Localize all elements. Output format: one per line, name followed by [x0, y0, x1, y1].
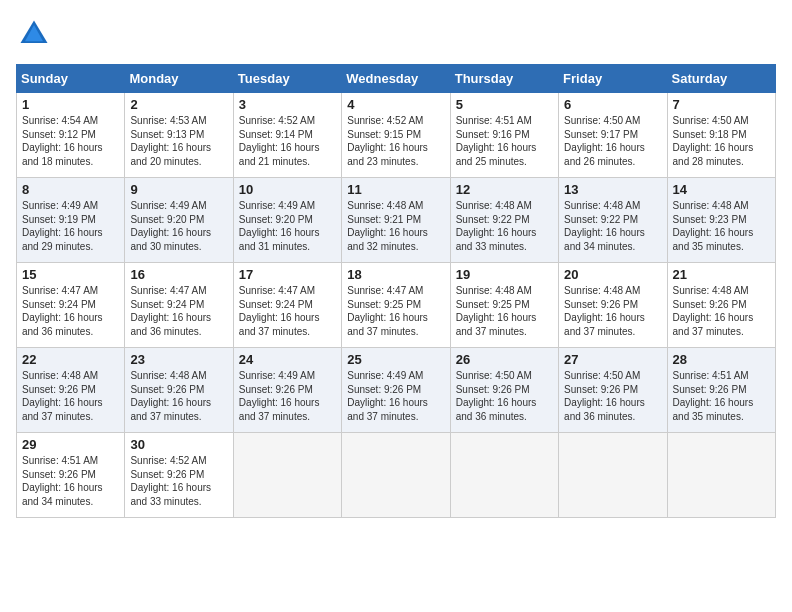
day-info: Sunrise: 4:47 AM Sunset: 9:24 PM Dayligh… — [130, 284, 227, 338]
calendar-cell: 24Sunrise: 4:49 AM Sunset: 9:26 PM Dayli… — [233, 348, 341, 433]
week-row-5: 29Sunrise: 4:51 AM Sunset: 9:26 PM Dayli… — [17, 433, 776, 518]
calendar-cell: 23Sunrise: 4:48 AM Sunset: 9:26 PM Dayli… — [125, 348, 233, 433]
day-info: Sunrise: 4:48 AM Sunset: 9:22 PM Dayligh… — [564, 199, 661, 253]
col-header-sunday: Sunday — [17, 65, 125, 93]
day-number: 24 — [239, 352, 336, 367]
logo — [16, 16, 56, 52]
col-header-tuesday: Tuesday — [233, 65, 341, 93]
day-number: 14 — [673, 182, 770, 197]
day-info: Sunrise: 4:52 AM Sunset: 9:26 PM Dayligh… — [130, 454, 227, 508]
calendar-cell: 11Sunrise: 4:48 AM Sunset: 9:21 PM Dayli… — [342, 178, 450, 263]
day-number: 22 — [22, 352, 119, 367]
day-number: 17 — [239, 267, 336, 282]
day-info: Sunrise: 4:50 AM Sunset: 9:26 PM Dayligh… — [564, 369, 661, 423]
calendar-cell: 30Sunrise: 4:52 AM Sunset: 9:26 PM Dayli… — [125, 433, 233, 518]
day-number: 16 — [130, 267, 227, 282]
calendar-cell: 7Sunrise: 4:50 AM Sunset: 9:18 PM Daylig… — [667, 93, 775, 178]
day-info: Sunrise: 4:51 AM Sunset: 9:26 PM Dayligh… — [673, 369, 770, 423]
day-number: 2 — [130, 97, 227, 112]
day-number: 15 — [22, 267, 119, 282]
day-number: 12 — [456, 182, 553, 197]
calendar-cell: 14Sunrise: 4:48 AM Sunset: 9:23 PM Dayli… — [667, 178, 775, 263]
calendar-cell: 17Sunrise: 4:47 AM Sunset: 9:24 PM Dayli… — [233, 263, 341, 348]
week-row-3: 15Sunrise: 4:47 AM Sunset: 9:24 PM Dayli… — [17, 263, 776, 348]
calendar-cell: 15Sunrise: 4:47 AM Sunset: 9:24 PM Dayli… — [17, 263, 125, 348]
day-info: Sunrise: 4:48 AM Sunset: 9:26 PM Dayligh… — [22, 369, 119, 423]
day-number: 7 — [673, 97, 770, 112]
calendar-cell: 16Sunrise: 4:47 AM Sunset: 9:24 PM Dayli… — [125, 263, 233, 348]
week-row-2: 8Sunrise: 4:49 AM Sunset: 9:19 PM Daylig… — [17, 178, 776, 263]
day-info: Sunrise: 4:48 AM Sunset: 9:25 PM Dayligh… — [456, 284, 553, 338]
col-header-saturday: Saturday — [667, 65, 775, 93]
calendar-cell: 19Sunrise: 4:48 AM Sunset: 9:25 PM Dayli… — [450, 263, 558, 348]
col-header-wednesday: Wednesday — [342, 65, 450, 93]
day-info: Sunrise: 4:47 AM Sunset: 9:25 PM Dayligh… — [347, 284, 444, 338]
day-number: 18 — [347, 267, 444, 282]
calendar-cell: 9Sunrise: 4:49 AM Sunset: 9:20 PM Daylig… — [125, 178, 233, 263]
day-number: 6 — [564, 97, 661, 112]
day-number: 27 — [564, 352, 661, 367]
calendar-cell: 2Sunrise: 4:53 AM Sunset: 9:13 PM Daylig… — [125, 93, 233, 178]
col-header-thursday: Thursday — [450, 65, 558, 93]
day-info: Sunrise: 4:49 AM Sunset: 9:20 PM Dayligh… — [239, 199, 336, 253]
day-number: 21 — [673, 267, 770, 282]
day-info: Sunrise: 4:49 AM Sunset: 9:20 PM Dayligh… — [130, 199, 227, 253]
day-info: Sunrise: 4:53 AM Sunset: 9:13 PM Dayligh… — [130, 114, 227, 168]
calendar-cell — [559, 433, 667, 518]
day-info: Sunrise: 4:48 AM Sunset: 9:22 PM Dayligh… — [456, 199, 553, 253]
calendar-cell: 8Sunrise: 4:49 AM Sunset: 9:19 PM Daylig… — [17, 178, 125, 263]
day-number: 28 — [673, 352, 770, 367]
day-number: 11 — [347, 182, 444, 197]
day-info: Sunrise: 4:49 AM Sunset: 9:19 PM Dayligh… — [22, 199, 119, 253]
page-header — [16, 16, 776, 52]
day-info: Sunrise: 4:48 AM Sunset: 9:21 PM Dayligh… — [347, 199, 444, 253]
calendar-cell: 20Sunrise: 4:48 AM Sunset: 9:26 PM Dayli… — [559, 263, 667, 348]
calendar-table: SundayMondayTuesdayWednesdayThursdayFrid… — [16, 64, 776, 518]
day-number: 30 — [130, 437, 227, 452]
day-info: Sunrise: 4:50 AM Sunset: 9:26 PM Dayligh… — [456, 369, 553, 423]
calendar-cell: 21Sunrise: 4:48 AM Sunset: 9:26 PM Dayli… — [667, 263, 775, 348]
calendar-cell — [342, 433, 450, 518]
day-info: Sunrise: 4:54 AM Sunset: 9:12 PM Dayligh… — [22, 114, 119, 168]
calendar-cell: 22Sunrise: 4:48 AM Sunset: 9:26 PM Dayli… — [17, 348, 125, 433]
week-row-1: 1Sunrise: 4:54 AM Sunset: 9:12 PM Daylig… — [17, 93, 776, 178]
calendar-cell: 4Sunrise: 4:52 AM Sunset: 9:15 PM Daylig… — [342, 93, 450, 178]
day-info: Sunrise: 4:51 AM Sunset: 9:16 PM Dayligh… — [456, 114, 553, 168]
day-info: Sunrise: 4:52 AM Sunset: 9:15 PM Dayligh… — [347, 114, 444, 168]
calendar-cell: 10Sunrise: 4:49 AM Sunset: 9:20 PM Dayli… — [233, 178, 341, 263]
day-info: Sunrise: 4:50 AM Sunset: 9:17 PM Dayligh… — [564, 114, 661, 168]
week-row-4: 22Sunrise: 4:48 AM Sunset: 9:26 PM Dayli… — [17, 348, 776, 433]
calendar-header-row: SundayMondayTuesdayWednesdayThursdayFrid… — [17, 65, 776, 93]
calendar-cell: 1Sunrise: 4:54 AM Sunset: 9:12 PM Daylig… — [17, 93, 125, 178]
day-number: 1 — [22, 97, 119, 112]
day-info: Sunrise: 4:48 AM Sunset: 9:26 PM Dayligh… — [673, 284, 770, 338]
day-info: Sunrise: 4:48 AM Sunset: 9:26 PM Dayligh… — [130, 369, 227, 423]
calendar-cell: 18Sunrise: 4:47 AM Sunset: 9:25 PM Dayli… — [342, 263, 450, 348]
day-number: 13 — [564, 182, 661, 197]
logo-icon — [16, 16, 52, 52]
day-info: Sunrise: 4:49 AM Sunset: 9:26 PM Dayligh… — [239, 369, 336, 423]
day-number: 8 — [22, 182, 119, 197]
day-number: 9 — [130, 182, 227, 197]
day-info: Sunrise: 4:52 AM Sunset: 9:14 PM Dayligh… — [239, 114, 336, 168]
calendar-cell: 25Sunrise: 4:49 AM Sunset: 9:26 PM Dayli… — [342, 348, 450, 433]
calendar-cell: 5Sunrise: 4:51 AM Sunset: 9:16 PM Daylig… — [450, 93, 558, 178]
calendar-cell: 29Sunrise: 4:51 AM Sunset: 9:26 PM Dayli… — [17, 433, 125, 518]
day-number: 29 — [22, 437, 119, 452]
day-info: Sunrise: 4:48 AM Sunset: 9:26 PM Dayligh… — [564, 284, 661, 338]
calendar-cell: 12Sunrise: 4:48 AM Sunset: 9:22 PM Dayli… — [450, 178, 558, 263]
calendar-cell — [667, 433, 775, 518]
day-number: 5 — [456, 97, 553, 112]
day-info: Sunrise: 4:48 AM Sunset: 9:23 PM Dayligh… — [673, 199, 770, 253]
calendar-cell: 28Sunrise: 4:51 AM Sunset: 9:26 PM Dayli… — [667, 348, 775, 433]
day-info: Sunrise: 4:47 AM Sunset: 9:24 PM Dayligh… — [22, 284, 119, 338]
col-header-friday: Friday — [559, 65, 667, 93]
day-number: 23 — [130, 352, 227, 367]
day-number: 3 — [239, 97, 336, 112]
day-number: 19 — [456, 267, 553, 282]
day-number: 26 — [456, 352, 553, 367]
day-info: Sunrise: 4:51 AM Sunset: 9:26 PM Dayligh… — [22, 454, 119, 508]
calendar-cell — [233, 433, 341, 518]
day-number: 25 — [347, 352, 444, 367]
calendar-cell: 6Sunrise: 4:50 AM Sunset: 9:17 PM Daylig… — [559, 93, 667, 178]
